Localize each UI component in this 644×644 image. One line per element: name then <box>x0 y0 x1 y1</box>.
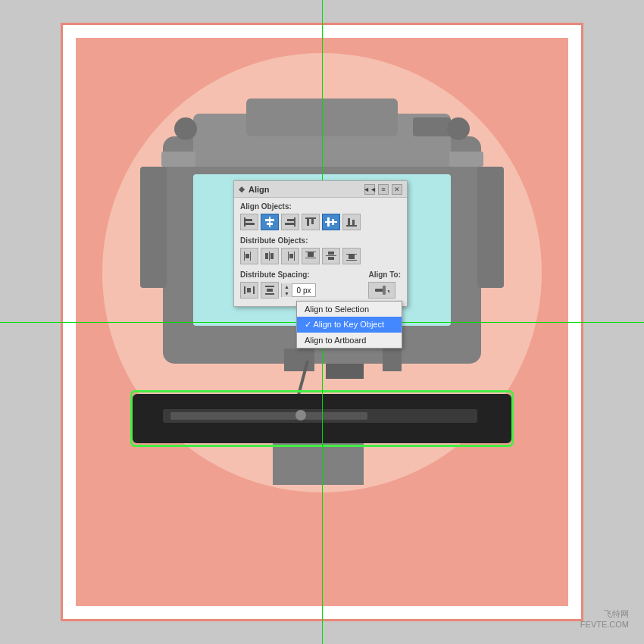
camera-detail-1 <box>284 349 314 371</box>
svg-rect-29 <box>308 252 314 257</box>
svg-rect-36 <box>244 286 245 294</box>
svg-rect-37 <box>253 286 255 294</box>
svg-rect-7 <box>287 219 294 221</box>
align-to-key-object-item[interactable]: Align to Key Object <box>297 317 402 333</box>
distribute-right-button[interactable] <box>281 248 299 264</box>
align-left-button[interactable] <box>240 214 258 230</box>
panel-collapse-button[interactable]: ◄◄ <box>364 184 375 195</box>
slider-inner <box>170 412 367 420</box>
camera-knob <box>413 117 451 136</box>
align-right-button[interactable] <box>281 214 299 230</box>
align-to-dropdown: Align to Selection Align to Key Object A… <box>296 301 402 349</box>
align-panel-title-text: Align <box>249 185 270 194</box>
svg-rect-38 <box>247 288 251 292</box>
svg-rect-0 <box>244 217 245 227</box>
spacing-value: 0 px <box>292 286 315 295</box>
svg-rect-39 <box>265 286 274 287</box>
align-top-button[interactable] <box>302 214 320 230</box>
stepper-arrows[interactable]: ▲ ▼ <box>282 283 292 297</box>
align-diamond-icon: ◆ <box>239 185 245 193</box>
svg-rect-25 <box>294 252 295 261</box>
align-panel-titlebar: ◆ Align ◄◄ ≡ ✕ <box>234 181 407 198</box>
camera-detail-2 <box>326 364 364 379</box>
svg-rect-12 <box>325 221 337 223</box>
svg-rect-5 <box>267 223 273 225</box>
camera-strap-right <box>449 152 483 167</box>
align-panel: ◆ Align ◄◄ ≡ ✕ Align Objects: <box>233 180 408 307</box>
svg-rect-31 <box>328 252 334 255</box>
svg-rect-15 <box>346 225 357 227</box>
svg-rect-40 <box>265 293 274 295</box>
panel-menu-button[interactable]: ≡ <box>378 184 389 195</box>
align-objects-row <box>240 214 401 230</box>
svg-rect-41 <box>267 289 273 292</box>
svg-rect-43 <box>383 286 386 295</box>
svg-rect-10 <box>307 219 309 226</box>
svg-rect-16 <box>348 218 350 225</box>
svg-rect-1 <box>245 219 252 221</box>
svg-rect-19 <box>250 252 251 261</box>
stepper-down[interactable]: ▼ <box>282 290 292 297</box>
align-bottom-button[interactable] <box>342 214 361 230</box>
align-objects-label: Align Objects: <box>240 202 401 211</box>
distribute-center-v-button[interactable] <box>322 248 340 264</box>
svg-rect-33 <box>346 254 357 255</box>
watermark-line1: 飞特网 <box>580 608 629 620</box>
svg-rect-13 <box>327 217 330 227</box>
camera-circle-right <box>447 117 470 140</box>
camera-circle-left <box>174 117 197 140</box>
watermark: 飞特网 FEVTE.COM <box>580 608 629 629</box>
svg-rect-9 <box>305 217 316 219</box>
camera-right-side <box>477 167 504 288</box>
distribute-v-spacing-button[interactable] <box>261 282 279 299</box>
svg-rect-30 <box>326 255 336 256</box>
align-center-h-button[interactable] <box>261 214 279 230</box>
svg-rect-27 <box>305 252 316 252</box>
align-to-section: Align To: ▼ Align to Selection Align to … <box>368 270 401 299</box>
bottom-section-row: Distribute Spacing: ▲ ▼ <box>240 270 401 299</box>
align-to-button[interactable]: ▼ <box>368 282 395 299</box>
align-panel-body: Align Objects: <box>234 198 407 306</box>
svg-rect-8 <box>285 223 294 225</box>
align-to-selection-item[interactable]: Align to Selection <box>297 302 402 317</box>
watermark-line2: FEVTE.COM <box>580 620 629 629</box>
panel-close-button[interactable]: ✕ <box>392 184 402 195</box>
spacing-stepper[interactable]: ▲ ▼ 0 px <box>281 283 316 297</box>
svg-rect-24 <box>288 252 289 261</box>
svg-rect-6 <box>294 217 295 227</box>
distribute-center-h-button[interactable] <box>261 248 279 264</box>
svg-rect-35 <box>349 255 355 259</box>
svg-rect-34 <box>346 260 357 261</box>
align-to-artboard-item[interactable]: Align to Artboard <box>297 333 402 348</box>
camera-strap-left <box>161 152 195 167</box>
svg-text:▼: ▼ <box>386 289 389 294</box>
distribute-objects-label: Distribute Objects: <box>240 236 401 245</box>
svg-rect-22 <box>265 253 268 259</box>
panel-controls: ◄◄ ≡ ✕ <box>364 184 402 195</box>
svg-rect-21 <box>269 252 270 261</box>
svg-rect-3 <box>269 217 270 227</box>
distribute-spacing-label: Distribute Spacing: <box>240 270 316 279</box>
stepper-up[interactable]: ▲ <box>282 283 292 290</box>
svg-rect-11 <box>311 219 314 224</box>
svg-rect-26 <box>289 254 293 258</box>
distribute-left-button[interactable] <box>240 248 258 264</box>
distribute-bottom-button[interactable] <box>342 248 361 264</box>
distribute-spacing-controls: ▲ ▼ 0 px <box>240 282 316 299</box>
distribute-h-spacing-button[interactable] <box>240 282 258 299</box>
distribute-top-button[interactable] <box>302 248 320 264</box>
svg-rect-17 <box>352 220 355 225</box>
svg-rect-32 <box>328 257 334 260</box>
svg-rect-20 <box>245 254 249 258</box>
distribute-spacing-section: Distribute Spacing: ▲ ▼ <box>240 270 316 299</box>
canvas-area: ◆ Align ◄◄ ≡ ✕ Align Objects: <box>0 0 644 644</box>
align-center-v-button[interactable] <box>322 214 340 230</box>
svg-rect-28 <box>305 258 316 258</box>
align-to-label: Align To: <box>368 270 401 279</box>
distribute-objects-row <box>240 248 401 264</box>
slider-handle <box>295 410 306 420</box>
align-panel-title-area: ◆ Align <box>239 185 270 194</box>
svg-rect-4 <box>265 219 274 221</box>
svg-rect-14 <box>332 219 334 225</box>
svg-rect-2 <box>245 223 255 225</box>
